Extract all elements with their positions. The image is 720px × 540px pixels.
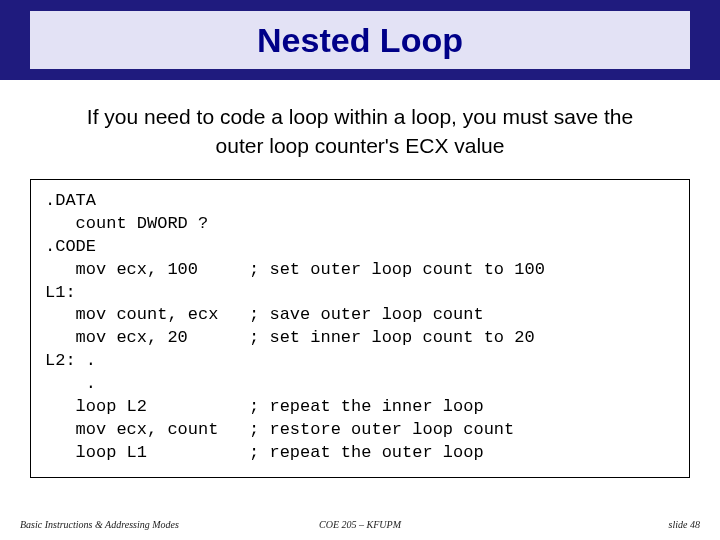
intro-text: If you need to code a loop within a loop…: [60, 102, 660, 161]
title-bar: Nested Loop: [0, 0, 720, 80]
footer-center: COE 205 – KFUPM: [319, 519, 401, 530]
slide-title: Nested Loop: [257, 21, 463, 60]
code-block: .DATA count DWORD ? .CODE mov ecx, 100 ;…: [30, 179, 690, 478]
title-inner: Nested Loop: [30, 11, 690, 69]
footer-left: Basic Instructions & Addressing Modes: [20, 519, 179, 530]
footer-right: slide 48: [669, 519, 700, 530]
